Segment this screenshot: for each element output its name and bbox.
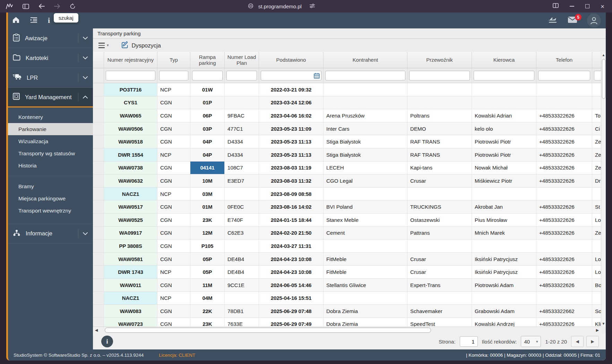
table-row[interactable]: WAW0518CGN04PD43342023-05-23 11:13Stiga … xyxy=(93,135,601,148)
table-row[interactable]: WAW0738CGN04141108C72023-08-03 11:19LECE… xyxy=(93,162,601,175)
cell-podstawiono[interactable]: 2025-06-29 07:49 xyxy=(259,318,324,327)
scroll-down-icon[interactable]: ▼ xyxy=(601,322,606,326)
cell-numer-load-plan[interactable]: DE4B4 xyxy=(225,266,259,278)
cell-typ[interactable]: NCP xyxy=(157,148,190,161)
info-icon[interactable]: i xyxy=(48,16,50,25)
cell-typ[interactable]: CGN xyxy=(157,122,190,135)
cell-typ[interactable]: CGN xyxy=(157,305,190,318)
column-header-typ[interactable]: Typ xyxy=(157,52,190,68)
cell-numer-rejestracyjny[interactable]: WAW0517 xyxy=(104,200,157,213)
cell-kontrahent[interactable]: Stanex Meble xyxy=(324,214,407,226)
row-selector-cell[interactable] xyxy=(93,188,104,200)
cell-typ[interactable]: CGN xyxy=(157,96,190,109)
column-header-podstawiono[interactable]: Podstawiono xyxy=(259,52,324,68)
row-selector-cell[interactable] xyxy=(93,305,104,318)
filter-input-numer-rejestracyjny[interactable] xyxy=(106,71,155,80)
cell-numer-load-plan[interactable]: E3ED7 xyxy=(225,174,259,187)
row-selector-cell[interactable] xyxy=(93,279,104,292)
table-row[interactable]: WAW0632CGN10ME3ED72023-08-03 11:32CGO Le… xyxy=(93,174,601,188)
cell-partial[interactable] xyxy=(592,240,601,252)
table-row[interactable]: CYS1CGN01P2023-03-24 12:06 xyxy=(93,96,601,110)
info-button[interactable]: i xyxy=(101,336,113,347)
cell-numer-rejestracyjny[interactable]: WAW011 xyxy=(104,279,157,292)
cell-rampa-parking[interactable]: 04P xyxy=(190,148,225,161)
cell-numer-rejestracyjny[interactable]: WAW0632 xyxy=(104,174,157,187)
cell-partial[interactable]: To xyxy=(592,109,601,122)
cell-rampa-parking[interactable]: 05P xyxy=(190,266,225,278)
cell-kierowca[interactable]: Iksiński Patrycjusz xyxy=(472,253,536,266)
cell-kontrahent[interactable]: Dobra Ziemia xyxy=(324,318,407,327)
cell-telefon[interactable]: +48533322626 xyxy=(536,162,592,174)
cell-przewoznik[interactable]: DEMO xyxy=(407,122,472,135)
cell-typ[interactable]: CGN xyxy=(157,200,190,213)
table-row[interactable]: WAW0506CGN03P477C12023-05-23 11:09Inter … xyxy=(93,122,601,136)
cell-numer-load-plan[interactable]: 477C1 xyxy=(225,122,259,135)
cell-numer-rejestracyjny[interactable]: PO3T716 xyxy=(104,83,157,96)
minimize-button[interactable] xyxy=(570,6,574,7)
cell-przewoznik[interactable]: Crusar xyxy=(407,174,472,187)
cell-partial[interactable]: St xyxy=(592,200,601,213)
cell-numer-rejestracyjny[interactable]: WAW0525 xyxy=(104,214,157,226)
sidebar-subitem-historia[interactable]: Historia xyxy=(8,159,93,172)
cell-telefon[interactable]: +48533322626 xyxy=(536,279,592,292)
row-selector-cell[interactable] xyxy=(93,318,104,327)
split-window-icon[interactable] xyxy=(553,3,559,9)
cell-podstawiono[interactable]: 2023-08-03 11:19 xyxy=(259,162,324,174)
column-header-rampa-parking[interactable]: Rampa parking xyxy=(190,52,225,68)
cell-przewoznik[interactable] xyxy=(407,83,472,96)
cell-telefon[interactable]: +48533322626 xyxy=(536,227,592,240)
cell-kontrahent[interactable] xyxy=(324,83,407,96)
back-icon[interactable] xyxy=(38,4,45,9)
cell-kierowca[interactable]: Mnich Marek xyxy=(472,227,536,240)
cell-typ[interactable]: CGN xyxy=(157,318,190,327)
cell-rampa-parking[interactable]: 11M xyxy=(190,279,225,292)
cell-kierowca[interactable]: Pius Mirosław xyxy=(472,214,536,226)
cell-rampa-parking[interactable]: 23K xyxy=(190,214,225,226)
cell-partial[interactable]: Lo xyxy=(592,253,601,266)
cell-kontrahent[interactable]: Stiga Białystok xyxy=(324,148,407,161)
cell-rampa-parking[interactable]: 04P xyxy=(190,135,225,148)
tune-icon[interactable] xyxy=(309,3,315,9)
cell-rampa-parking[interactable]: 12M xyxy=(190,227,225,240)
maximize-button[interactable] xyxy=(585,4,589,8)
cell-przewoznik[interactable]: RAF TRANS xyxy=(407,135,472,148)
cell-numer-load-plan[interactable]: DE4B4 xyxy=(225,253,259,266)
cell-rampa-parking[interactable]: 04M xyxy=(190,292,225,305)
table-row[interactable]: PO3T716NCP01W2022-03-21 09:32 xyxy=(93,83,601,96)
cell-rampa-parking[interactable]: 22K xyxy=(190,305,225,318)
cell-rampa-parking[interactable]: 01M xyxy=(190,200,225,213)
cell-typ[interactable]: CGN xyxy=(157,279,190,292)
cell-numer-load-plan[interactable] xyxy=(225,96,259,109)
cell-partial[interactable]: Bo xyxy=(592,279,601,292)
cell-kierowca[interactable]: Piotrowski Piotr xyxy=(472,135,536,148)
calendar-icon[interactable] xyxy=(314,73,320,80)
cell-numer-rejestracyjny[interactable]: DWR 1554 xyxy=(104,148,157,161)
filter-input-numer-load-plan[interactable] xyxy=(226,71,257,80)
row-selector-cell[interactable] xyxy=(93,240,104,252)
cell-typ[interactable]: NCP xyxy=(157,292,190,305)
cell-rampa-parking[interactable]: 01W xyxy=(190,83,225,96)
cell-podstawiono[interactable]: 2023-05-23 11:09 xyxy=(259,122,324,135)
cell-przewoznik[interactable]: Crusar xyxy=(407,266,472,278)
cell-partial[interactable]: Ze xyxy=(592,227,601,240)
cell-przewoznik[interactable] xyxy=(407,240,472,252)
cell-telefon[interactable]: +48533322626 xyxy=(536,253,592,266)
cell-partial[interactable]: Ze xyxy=(592,148,601,161)
cell-typ[interactable]: NCP xyxy=(157,188,190,200)
table-row[interactable]: DWR 1554NCP04PD43342023-05-23 11:13Stiga… xyxy=(93,148,601,162)
cell-podstawiono[interactable]: 2023-08-03 11:32 xyxy=(259,174,324,187)
cell-numer-rejestracyjny[interactable]: WAW0518 xyxy=(104,135,157,148)
cell-kontrahent[interactable]: Arena Pruszków xyxy=(324,109,407,122)
cell-rampa-parking[interactable]: 01P xyxy=(190,96,225,109)
cell-kontrahent[interactable]: BVI Poland xyxy=(324,200,407,213)
filter-input-kontrahent[interactable] xyxy=(325,71,405,80)
cell-kontrahent[interactable]: LECEH xyxy=(324,162,407,174)
cell-przewoznik[interactable]: Kapi-tans xyxy=(407,162,472,174)
cell-przewoznik[interactable]: Pattrans xyxy=(407,227,472,240)
scroll-right-icon[interactable]: ▶ xyxy=(594,328,601,332)
column-header-kierowca[interactable]: Kierowca xyxy=(472,52,536,68)
filter-input-typ[interactable] xyxy=(159,71,188,80)
cell-numer-rejestracyjny[interactable]: DWR 1743 xyxy=(104,266,157,278)
cell-kierowca[interactable]: Iksiński Patrycjusz xyxy=(472,266,536,278)
cell-kierowca[interactable] xyxy=(472,188,536,200)
